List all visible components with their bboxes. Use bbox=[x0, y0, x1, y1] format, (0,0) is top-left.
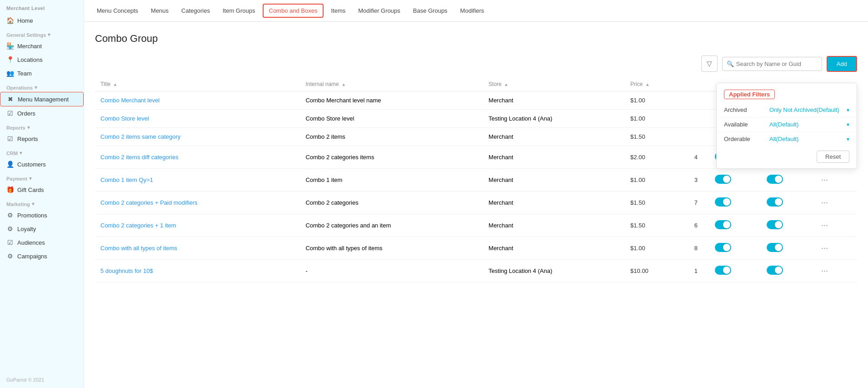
sidebar-item-menu-management[interactable]: ✖ Menu Management bbox=[0, 92, 84, 106]
customers-icon: 👤 bbox=[6, 161, 14, 168]
cell-internal-name: Combo with all types of items bbox=[300, 237, 483, 260]
cell-title: Combo 2 categories + 1 item bbox=[95, 214, 300, 237]
nav-item-base-groups[interactable]: Base Groups bbox=[408, 5, 453, 17]
cell-store: Merchant bbox=[483, 169, 625, 191]
cell-internal-name: Combo 2 categories and an item bbox=[300, 214, 483, 237]
sidebar-item-promotions[interactable]: ⚙ Promotions bbox=[0, 208, 84, 222]
filter-button[interactable]: ▽ bbox=[701, 55, 718, 72]
row-actions-button[interactable]: ··· bbox=[818, 197, 831, 208]
nav-item-item-groups[interactable]: Item Groups bbox=[217, 5, 261, 17]
reset-button[interactable]: Reset bbox=[817, 151, 849, 163]
cell-store: Merchant bbox=[483, 214, 625, 237]
filter-value[interactable]: All(Default) ▾ bbox=[769, 136, 849, 142]
cell-internal-name: Combo 2 categories bbox=[300, 191, 483, 214]
sidebar-item-customers[interactable]: 👤 Customers bbox=[0, 157, 84, 171]
cell-price: $1.50 bbox=[625, 128, 683, 146]
cell-count: 6 bbox=[683, 214, 709, 237]
col-count bbox=[683, 77, 709, 91]
nav-item-items[interactable]: Items bbox=[325, 5, 351, 17]
promotions-icon: ⚙ bbox=[6, 212, 14, 219]
combo-title-link[interactable]: Combo Store level bbox=[100, 115, 149, 122]
toggle[interactable] bbox=[715, 220, 731, 229]
nav-item-combo-and-boxes[interactable]: Combo and Boxes bbox=[263, 4, 324, 18]
filter-label: Available bbox=[724, 121, 765, 128]
toggle[interactable] bbox=[767, 266, 783, 275]
col-store: Store ▲ bbox=[483, 77, 625, 91]
cell-title: Combo 2 categories + Paid modifiers bbox=[95, 191, 300, 214]
filter-value[interactable]: All(Default) ▾ bbox=[769, 121, 849, 128]
general-settings-section: General Settings ▾ bbox=[0, 27, 84, 39]
col-internal-name: Internal name ▲ bbox=[300, 77, 483, 91]
cell-actions: ··· bbox=[813, 191, 857, 214]
nav-item-modifiers[interactable]: Modifiers bbox=[455, 5, 490, 17]
cell-toggle1 bbox=[709, 169, 761, 191]
toggle[interactable] bbox=[715, 197, 731, 207]
row-actions-button[interactable]: ··· bbox=[818, 265, 831, 277]
combo-title-link[interactable]: 5 doughnuts for 10$ bbox=[100, 267, 153, 274]
toggle[interactable] bbox=[767, 220, 783, 229]
nav-item-modifier-groups[interactable]: Modifier Groups bbox=[353, 5, 405, 17]
reports-icon: ☑ bbox=[6, 135, 14, 142]
toggle[interactable] bbox=[767, 175, 783, 184]
cell-store: Merchant bbox=[483, 146, 625, 169]
operations-section: Operations ▾ bbox=[0, 80, 84, 92]
cell-price: $10.00 bbox=[625, 260, 683, 282]
row-actions-button[interactable]: ··· bbox=[818, 220, 831, 231]
cell-price: $1.50 bbox=[625, 214, 683, 237]
add-button[interactable]: Add bbox=[827, 56, 857, 72]
cell-store: Merchant bbox=[483, 128, 625, 146]
row-actions-button[interactable]: ··· bbox=[818, 242, 831, 254]
sidebar-item-locations[interactable]: 📍 Locations bbox=[0, 53, 84, 66]
toggle[interactable] bbox=[715, 243, 731, 252]
sidebar-item-loyalty[interactable]: ⚙ Loyalty bbox=[0, 222, 84, 236]
toggle[interactable] bbox=[715, 175, 731, 184]
sidebar-item-audiences[interactable]: ☑ Audiences bbox=[0, 236, 84, 249]
sidebar-item-reports[interactable]: ☑ Reports bbox=[0, 132, 84, 146]
nav-item-menus[interactable]: Menus bbox=[145, 5, 174, 17]
sidebar-item-gift-cards[interactable]: 🎁 Gift Cards bbox=[0, 183, 84, 197]
cell-title: 5 doughnuts for 10$ bbox=[95, 260, 300, 282]
toggle[interactable] bbox=[767, 197, 783, 207]
table-toolbar: ▽ 🔍 Add Applied Filters Archived Only No… bbox=[95, 55, 857, 72]
cell-toggle2 bbox=[761, 214, 813, 237]
combo-title-link[interactable]: Combo 1 item Qy>1 bbox=[100, 176, 153, 183]
combo-title-link[interactable]: Combo 2 items same category bbox=[100, 133, 180, 140]
nav-item-menu-concepts[interactable]: Menu Concepts bbox=[91, 5, 144, 17]
filter-value[interactable]: Only Not Archived(Default) ▾ bbox=[769, 106, 849, 113]
cell-count bbox=[683, 128, 709, 146]
cell-toggle2 bbox=[761, 169, 813, 191]
crm-section: CRM ▾ bbox=[0, 146, 84, 157]
sidebar-item-home[interactable]: 🏠 Home bbox=[0, 14, 84, 27]
row-actions-button[interactable]: ··· bbox=[818, 174, 831, 186]
sidebar-item-orders[interactable]: ☑ Orders bbox=[0, 106, 84, 120]
combo-title-link[interactable]: Combo with all types of items bbox=[100, 245, 177, 252]
toggle[interactable] bbox=[767, 243, 783, 252]
combo-title-link[interactable]: Combo 2 items diff categories bbox=[100, 154, 179, 161]
search-input[interactable] bbox=[722, 57, 822, 71]
cell-actions: ··· bbox=[813, 237, 857, 260]
cell-count: 3 bbox=[683, 169, 709, 191]
combo-title-link[interactable]: Combo 2 categories + 1 item bbox=[100, 222, 176, 229]
combo-title-link[interactable]: Combo Merchant level bbox=[100, 97, 160, 104]
nav-item-categories[interactable]: Categories bbox=[176, 5, 215, 17]
filter-label: Orderable bbox=[724, 136, 765, 142]
page-content: Combo Group ▽ 🔍 Add Applied Filters Arch… bbox=[84, 22, 868, 388]
cell-store: Testing Location 4 (Ana) bbox=[483, 260, 625, 282]
cell-price: $1.00 bbox=[625, 169, 683, 191]
cell-actions: ··· bbox=[813, 260, 857, 282]
cell-toggle1 bbox=[709, 191, 761, 214]
cell-internal-name: - bbox=[300, 260, 483, 282]
sidebar-item-team[interactable]: 👥 Team bbox=[0, 66, 84, 80]
filter-label: Archived bbox=[724, 106, 765, 113]
sidebar-item-merchant[interactable]: 🏪 Merchant bbox=[0, 39, 84, 53]
col-title: Title ▲ bbox=[95, 77, 300, 91]
applied-filters-title: Applied Filters bbox=[724, 90, 775, 99]
campaigns-icon: ⚙ bbox=[6, 252, 14, 260]
cell-count: 8 bbox=[683, 237, 709, 260]
combo-title-link[interactable]: Combo 2 categories + Paid modifiers bbox=[100, 199, 198, 206]
toggle[interactable] bbox=[715, 266, 731, 275]
cell-price: $1.50 bbox=[625, 191, 683, 214]
sidebar-item-campaigns[interactable]: ⚙ Campaigns bbox=[0, 249, 84, 263]
filter-icon: ▽ bbox=[707, 60, 712, 68]
cell-count: 4 bbox=[683, 146, 709, 169]
